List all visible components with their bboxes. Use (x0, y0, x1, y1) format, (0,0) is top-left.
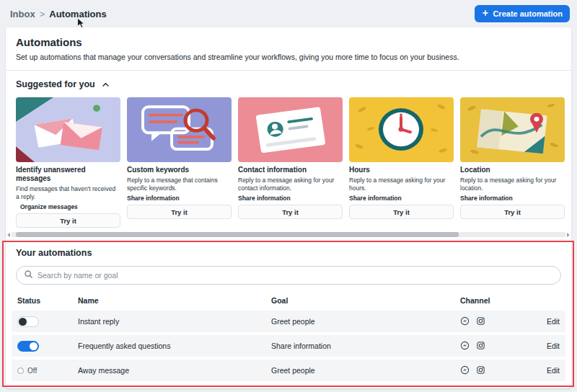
map-illustration (460, 97, 565, 162)
try-it-button[interactable]: Try it (460, 205, 565, 219)
search-icon (24, 269, 33, 282)
card-title: Identify unanswered messages (16, 166, 120, 183)
toggle-knob (30, 342, 38, 350)
suggested-title: Suggested for you (16, 79, 95, 89)
card-title: Contact information (238, 166, 343, 174)
breadcrumb-current: Automations (49, 9, 106, 19)
automation-name: Frequently asked questions (78, 342, 271, 350)
search-box[interactable] (16, 266, 561, 285)
try-it-button[interactable]: Try it (16, 213, 120, 228)
plus-icon (482, 9, 489, 18)
suggestion-card-contact-information: Contact information Reply to a message a… (238, 97, 343, 228)
card-tag: Share information (238, 195, 343, 202)
column-goal: Goal (271, 296, 460, 305)
status-off-indicator[interactable]: Off (17, 367, 78, 375)
try-it-button[interactable]: Try it (238, 205, 343, 219)
suggestion-card-location: Location Reply to a message asking for y… (460, 97, 565, 228)
instagram-icon (476, 365, 485, 376)
card-title: Custom keywords (127, 166, 232, 174)
column-channel: Channel (460, 296, 528, 305)
automation-goal: Share information (271, 342, 460, 350)
scrollbar-track[interactable] (12, 232, 565, 237)
toggle-knob (19, 318, 27, 326)
card-description: Reply to a message asking for your locat… (460, 177, 565, 192)
table-row-frequently-asked-questions: Frequently asked questions Share informa… (12, 335, 565, 357)
card-tag: Share information (460, 195, 565, 202)
table-row-away-message: Off Away message Greet people Edit (12, 360, 565, 381)
suggested-cards-row: Identify unanswered messages Find messag… (6, 97, 571, 231)
messenger-icon (460, 365, 470, 376)
try-it-button[interactable]: Try it (127, 205, 232, 219)
card-title: Location (460, 166, 565, 174)
automation-goal: Greet people (271, 317, 460, 326)
edit-link[interactable]: Edit (547, 366, 560, 375)
card-description: Reply to a message asking for your conta… (238, 177, 343, 192)
breadcrumb: Inbox > Automations (10, 9, 107, 19)
page-subtitle: Set up automations that manage your conv… (16, 53, 561, 62)
card-description: Find messages that haven't received a re… (16, 185, 120, 201)
suggestion-card-identify-unanswered: Identify unanswered messages Find messag… (16, 97, 120, 228)
card-description: Reply to a message that contains specifi… (127, 177, 232, 192)
automations-panel: Automations Set up automations that mana… (6, 27, 571, 388)
messenger-icon (460, 341, 470, 352)
horizontal-scrollbar (6, 232, 571, 237)
card-title: Hours (349, 166, 454, 174)
card-tag: Share information (127, 195, 232, 202)
try-it-button[interactable]: Try it (349, 205, 454, 219)
your-automations-section: Your automations Status Name Goal Channe… (6, 237, 571, 381)
column-status: Status (17, 296, 78, 305)
edit-link[interactable]: Edit (547, 342, 560, 350)
collapse-suggested-button[interactable] (100, 77, 111, 91)
chevron-up-icon (102, 79, 110, 89)
automation-name: Away message (78, 366, 271, 375)
card-tag: Organize messages (20, 203, 120, 210)
clock-illustration (349, 97, 454, 162)
status-toggle[interactable] (17, 341, 39, 352)
instagram-icon (476, 341, 485, 352)
status-toggle[interactable] (17, 316, 39, 327)
scrollbar-thumb[interactable] (16, 232, 459, 237)
automations-table: Status Name Goal Channel Instant reply G… (12, 292, 565, 381)
create-automation-button[interactable]: Create automation (475, 5, 570, 22)
scroll-right-arrow-icon[interactable] (565, 232, 571, 237)
status-off-label: Off (27, 367, 37, 375)
column-name: Name (78, 296, 271, 305)
card-tag: Share information (349, 195, 454, 202)
search-input[interactable] (38, 271, 553, 280)
table-row-instant-reply: Instant reply Greet people Edit (12, 311, 565, 332)
suggestion-card-custom-keywords: Custom keywords Reply to a message that … (127, 97, 232, 228)
scroll-left-arrow-icon[interactable] (6, 232, 12, 237)
suggestion-card-hours: Hours Reply to a message asking for your… (349, 97, 454, 228)
breadcrumb-inbox-link[interactable]: Inbox (10, 9, 35, 19)
edit-link[interactable]: Edit (547, 317, 560, 326)
your-automations-title: Your automations (16, 248, 561, 259)
table-header-row: Status Name Goal Channel (12, 292, 565, 311)
unanswered-messages-illustration (16, 97, 120, 162)
keywords-illustration (127, 97, 232, 162)
create-automation-label: Create automation (493, 9, 563, 18)
automation-goal: Greet people (271, 366, 460, 375)
instagram-icon (476, 316, 485, 327)
top-bar: Inbox > Automations Create automation (0, 0, 577, 27)
automation-name: Instant reply (78, 317, 271, 326)
breadcrumb-separator: > (40, 9, 45, 19)
card-description: Reply to a message asking for your hours… (349, 177, 454, 192)
page-title: Automations (16, 36, 561, 49)
radio-off-icon (17, 368, 24, 374)
contact-card-illustration (238, 97, 343, 162)
suggested-section-header: Suggested for you (6, 71, 571, 97)
messenger-icon (460, 316, 470, 327)
